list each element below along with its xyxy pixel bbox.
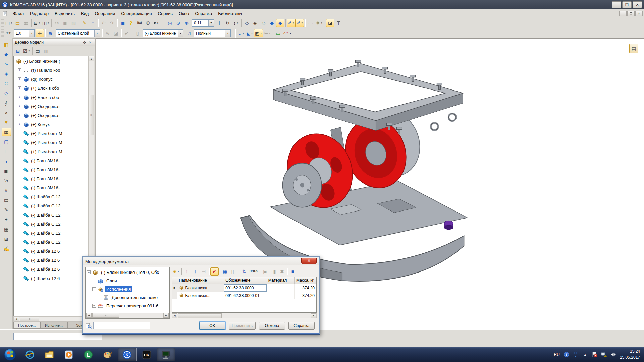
compact-frame-button[interactable]: ▢ xyxy=(2,137,11,146)
solid-wedge[interactable]: ◣▼ xyxy=(246,29,254,37)
taskbar-paint-button[interactable] xyxy=(98,348,117,361)
orientation[interactable]: ❖▼ xyxy=(315,19,324,27)
dm-list[interactable]: ≡ xyxy=(288,267,297,276)
pin-icon[interactable]: ✛ xyxy=(82,40,87,45)
chevron-down-icon[interactable]: ▼ xyxy=(28,50,30,52)
table-row[interactable]: Блоки нижн...091-62.38.0000-01374.20 xyxy=(172,292,316,299)
menu-спецификация[interactable]: Спецификация xyxy=(118,10,155,17)
tree-structure-view[interactable]: ⊟ xyxy=(14,47,22,55)
units[interactable]: ① xyxy=(144,19,152,27)
tree-item[interactable]: (-) Шайба 12 6 xyxy=(14,256,88,265)
chevron-down-icon[interactable]: ▼ xyxy=(260,32,262,34)
cell-designation[interactable]: 091-62.38.0000 xyxy=(224,284,267,292)
tree-item[interactable]: +(+) Кожух xyxy=(14,120,88,129)
dm-tree-hscroll[interactable]: ◀ ≡ ▶ xyxy=(86,313,169,318)
dm-tree-item[interactable]: −Исполнения xyxy=(86,285,169,293)
hscroll-thumb[interactable]: ≡ xyxy=(178,313,222,318)
redo[interactable]: ↷ xyxy=(108,19,116,27)
close-button[interactable]: ✕ xyxy=(633,1,642,8)
dm-tree-item[interactable]: +A±1Пересчет размеров 091-6 xyxy=(86,302,169,310)
language-indicator[interactable]: RU xyxy=(554,352,560,357)
compact-solid-body-button[interactable]: ◆ xyxy=(2,50,11,58)
grid-column-header[interactable]: Наименование xyxy=(177,277,224,284)
context-help[interactable]: ▶? xyxy=(152,19,160,27)
new-document[interactable]: ▢▼ xyxy=(4,19,13,27)
expand-icon[interactable]: − xyxy=(92,287,96,291)
layer-combo[interactable]: Системный слой▼ xyxy=(56,29,100,37)
section-hatch[interactable]: ◒▼ xyxy=(237,29,246,37)
dm-apply-check[interactable]: ✔ xyxy=(210,267,219,276)
tree-item[interactable]: (-) Шайба 12 6 xyxy=(14,247,88,256)
component-combo[interactable]: (-) Блоки нижние▼ xyxy=(143,29,183,37)
expand-icon[interactable]: + xyxy=(18,86,21,90)
cell-material[interactable] xyxy=(267,284,294,292)
menu-сервис[interactable]: Сервис xyxy=(155,10,176,17)
zoom-by-area[interactable]: ⊙ xyxy=(174,19,182,27)
mdi-restore-button[interactable]: ❐ xyxy=(627,11,635,16)
compact-attachments-button[interactable]: ∮ xyxy=(2,99,11,107)
tree-item[interactable]: (-) Блоки нижние ( xyxy=(14,57,88,66)
chevron-down-icon[interactable]: ▼ xyxy=(236,22,238,24)
taskbar-ie-button[interactable]: e xyxy=(20,348,39,361)
dm-search-field[interactable] xyxy=(93,322,150,329)
spec-editor[interactable]: ≡ xyxy=(89,19,97,27)
expand-icon[interactable]: − xyxy=(87,270,91,274)
hscroll-thumb[interactable]: ≡ xyxy=(92,313,119,318)
compact-angle-measure-button[interactable]: ∧ xyxy=(2,108,11,117)
tree-item[interactable]: +(т) Начало коо xyxy=(14,66,88,75)
menu-вид[interactable]: Вид xyxy=(78,10,92,17)
local-cs[interactable]: ∿ xyxy=(103,29,112,37)
compact-spline-button[interactable]: ∿ xyxy=(2,60,11,68)
grid-column-header[interactable]: Масса, кг xyxy=(295,277,316,284)
grid-column-header[interactable]: Материал xyxy=(267,277,294,284)
close-panel-icon[interactable]: ✕ xyxy=(87,40,93,45)
tree-item[interactable]: (-) Болт 3М16- xyxy=(14,156,88,165)
tree-item[interactable]: +(+) Блок в сбо xyxy=(14,93,88,102)
tree-item[interactable]: (-) Шайба С.12 xyxy=(14,229,88,238)
hscroll-thumb[interactable]: ≡ xyxy=(20,317,39,321)
tree-item[interactable]: (-) Болт 3М16- xyxy=(14,174,88,183)
expand-icon[interactable]: + xyxy=(92,304,96,308)
tree-item[interactable]: (-) Болт 3М16- xyxy=(14,165,88,174)
copy-properties[interactable]: ✎ xyxy=(80,19,89,27)
zoom-in-out[interactable]: ⊕ xyxy=(182,19,191,27)
chevron-down-icon[interactable]: ▼ xyxy=(177,270,179,273)
minimize-button[interactable]: – xyxy=(612,1,621,8)
taskbar-media-player-button[interactable] xyxy=(59,348,78,361)
simplified-display-2[interactable]: ✐▼ xyxy=(296,19,304,27)
tree-item[interactable]: (+) Рым-болт М xyxy=(14,138,88,147)
maximize-button[interactable]: ❐ xyxy=(622,1,632,8)
variables[interactable]: f(x) xyxy=(135,19,144,27)
compact-documents-button[interactable]: ▣ xyxy=(2,167,11,175)
scroll-right-icon[interactable]: ▶ xyxy=(311,313,316,318)
cell-mass[interactable]: 374.20 xyxy=(295,292,316,299)
compact-filter-button[interactable]: ▼ xyxy=(2,118,11,126)
compact-part-edit-button[interactable]: ◧ xyxy=(2,40,11,49)
tree-tab-исполне[interactable]: Исполне... xyxy=(40,322,67,329)
move-trajectory[interactable]: ↪▼ xyxy=(263,29,272,37)
compact-measure-button[interactable]: ∟ xyxy=(2,147,11,156)
tree-item[interactable]: (+) Рым-болт М xyxy=(14,129,88,138)
cell-name[interactable]: Блоки нижн... xyxy=(177,292,224,299)
tree-item[interactable]: (-) Шайба С.12 xyxy=(14,192,88,201)
taskbar-explorer-button[interactable] xyxy=(40,348,59,361)
section-display[interactable]: ◪ xyxy=(326,19,334,27)
volume-icon[interactable] xyxy=(610,352,616,357)
compact-dimension-chain-button[interactable]: # xyxy=(2,186,11,194)
help-topics[interactable]: ? xyxy=(127,19,135,27)
display-hidden-lines[interactable]: ◈ xyxy=(251,19,259,27)
expand-icon[interactable]: + xyxy=(18,77,21,81)
dm-copy[interactable]: ▣ xyxy=(261,267,269,276)
chevron-down-icon[interactable]: ▼ xyxy=(321,22,323,24)
scroll-thumb[interactable]: ≡ xyxy=(89,95,94,135)
cancel-button[interactable]: Отмена xyxy=(259,322,285,330)
network-status-icon[interactable]: ! xyxy=(601,352,607,357)
taskbar-lotsia-button[interactable]: L xyxy=(79,348,98,361)
scroll-left-icon[interactable]: ◀ xyxy=(172,313,177,318)
tree-doc[interactable]: ▤ xyxy=(34,47,42,55)
scroll-left-icon[interactable]: ◀ xyxy=(14,317,19,321)
dm-table-settings[interactable]: ▦ xyxy=(221,267,229,276)
tree-item[interactable]: +(+) Оседержат xyxy=(14,102,88,111)
tree-tab-построе[interactable]: Построе... xyxy=(13,322,40,329)
cell-name[interactable]: Блоки нижн... xyxy=(177,284,224,292)
